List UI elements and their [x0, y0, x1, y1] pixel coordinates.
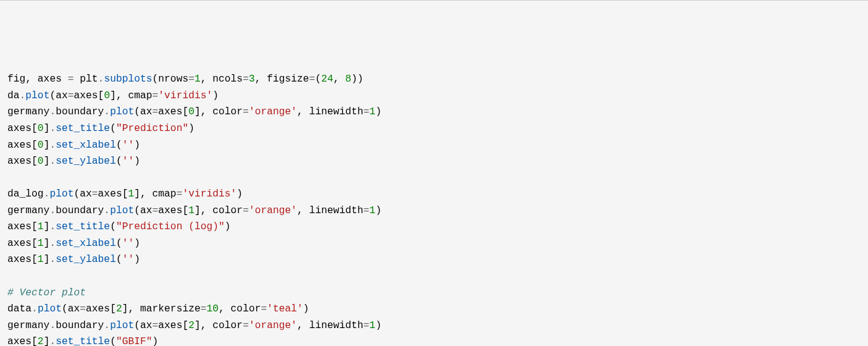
code-token: )	[236, 188, 243, 200]
code-token: da_log	[7, 188, 44, 200]
code-token: ''	[122, 253, 135, 265]
code-cell-content[interactable]: fig, axes = plt.subplots(nrows=1, ncols=…	[7, 71, 861, 346]
code-token: 2	[116, 303, 122, 314]
code-token: plot	[110, 205, 134, 216]
code-token: .	[49, 122, 56, 134]
code-token: 1	[38, 221, 44, 232]
code-token: ]	[44, 237, 50, 249]
code-token: boundary	[56, 319, 104, 331]
code-token: axes[	[158, 106, 188, 117]
code-token: 1	[369, 106, 375, 117]
code-token: ], color	[194, 205, 243, 216]
code-token: ], color	[194, 106, 243, 117]
code-token: axes[	[7, 139, 38, 151]
code-token: .	[98, 73, 104, 85]
code-token: plot	[49, 188, 73, 200]
code-token: .	[104, 106, 110, 117]
code-token: ], cmap	[134, 188, 176, 200]
code-token: (ax	[49, 90, 67, 101]
code-token: plot	[110, 319, 134, 331]
code-token: axes[	[74, 90, 104, 101]
code-token: ,	[333, 73, 346, 85]
code-token: =	[309, 73, 315, 85]
code-token: .	[44, 188, 50, 200]
code-token: ]	[44, 139, 50, 151]
code-token: .	[49, 221, 56, 232]
code-token: 0	[38, 139, 44, 151]
code-token: 'teal'	[267, 303, 303, 314]
code-token: 'viridis'	[158, 90, 212, 101]
code-token: .	[49, 253, 56, 265]
code-token: germany	[7, 106, 49, 117]
code-token: axes[	[158, 205, 188, 216]
code-token: (nrows	[152, 73, 189, 85]
code-token: ]	[44, 155, 50, 167]
code-token: boundary	[56, 205, 104, 216]
code-token: )	[134, 155, 140, 167]
code-token: 1	[128, 188, 134, 200]
code-token: 1	[38, 237, 44, 249]
code-token: axes[	[7, 335, 38, 346]
code-token: )	[134, 253, 140, 265]
code-token: 'orange'	[249, 319, 297, 331]
code-token: .	[104, 319, 110, 331]
code-token: =	[92, 188, 98, 200]
code-token: .	[49, 205, 56, 216]
code-token: .	[49, 237, 56, 249]
code-token: =	[364, 106, 370, 117]
code-token: set_ylabel	[56, 253, 116, 265]
code-token: "Prediction (log)"	[116, 221, 225, 232]
code-token: ]	[44, 253, 50, 265]
code-token: (ax	[74, 188, 92, 200]
code-token: ], markersize	[122, 303, 201, 314]
code-token: plot	[25, 90, 49, 101]
code-token: "Prediction"	[116, 122, 188, 134]
code-token: axes[	[86, 303, 116, 314]
code-token: germany	[7, 205, 49, 216]
code-token: 'orange'	[249, 205, 297, 216]
code-token: 2	[188, 319, 194, 331]
code-token: , linewidth	[297, 319, 363, 331]
code-token: =	[201, 303, 207, 314]
code-token: ))	[351, 73, 364, 85]
code-token: )	[375, 319, 382, 331]
code-token: (ax	[134, 319, 152, 331]
code-token: )	[134, 139, 140, 151]
code-token: axes[	[7, 253, 38, 265]
code-token: )	[134, 237, 140, 249]
code-token: axes[	[98, 188, 128, 200]
code-token: da	[7, 90, 20, 101]
code-token: 1	[194, 73, 201, 85]
code-token: (	[116, 253, 122, 265]
code-token: (	[116, 139, 122, 151]
code-token: set_ylabel	[56, 155, 116, 167]
code-token: axes[	[158, 319, 188, 331]
code-token: 0	[38, 155, 44, 167]
code-token: 24	[321, 73, 333, 85]
code-token: axes[	[7, 237, 38, 249]
code-token: .	[49, 155, 56, 167]
code-token: =	[68, 73, 74, 85]
code-token: )	[375, 205, 382, 216]
code-token: =	[152, 90, 159, 101]
code-token: ]	[44, 335, 50, 346]
code-token: ], color	[194, 319, 243, 331]
code-token: =	[364, 205, 370, 216]
code-token: ]	[44, 122, 50, 134]
code-token: subplots	[104, 73, 152, 85]
code-token: )	[225, 221, 231, 232]
code-token: (ax	[62, 303, 80, 314]
code-token: ''	[122, 139, 135, 151]
code-token: .	[31, 303, 38, 314]
code-token: =	[152, 319, 159, 331]
code-token: (	[116, 237, 122, 249]
code-token: (	[315, 73, 321, 85]
code-token: set_title	[56, 122, 110, 134]
code-token: ''	[122, 155, 135, 167]
code-token: 2	[38, 335, 44, 346]
code-token: plt	[74, 73, 98, 85]
code-token: , color	[219, 303, 261, 314]
code-token: ], cmap	[110, 90, 152, 101]
code-token: 0	[38, 122, 44, 134]
code-token: .	[49, 335, 56, 346]
